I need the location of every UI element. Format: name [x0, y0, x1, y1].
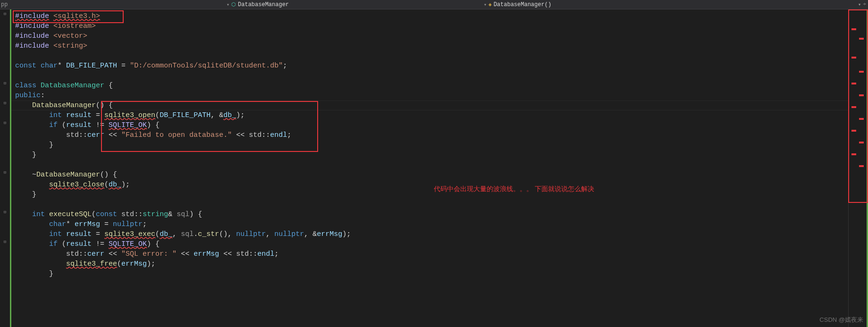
error-marker[interactable] [859, 165, 864, 167]
code-line[interactable]: #include <vector> [15, 31, 844, 41]
code-line[interactable]: sqlite3_free(errMsg); [15, 259, 844, 269]
breadcrumb-method[interactable]: ▾ ◈ DatabaseManager() [484, 1, 551, 8]
code-line[interactable]: const char* DB_FILE_PATH = "D:/commonToo… [15, 61, 844, 71]
code-line[interactable]: if (result != SQLITE_OK) { [15, 120, 844, 130]
fold-toggle[interactable]: ⊟ [0, 79, 10, 89]
fold-toggle[interactable]: ⊟ [0, 168, 10, 178]
code-line[interactable]: std::cerr << "SQL error: " << errMsg << … [15, 249, 844, 259]
fold-toggle[interactable]: ⊟ [0, 9, 10, 19]
error-marker[interactable] [851, 130, 856, 132]
error-marker[interactable] [851, 106, 856, 108]
dropdown-icon[interactable]: ▾ [484, 2, 487, 8]
code-line[interactable]: #include <sqlite3.h> [15, 11, 844, 21]
dropdown-icon[interactable]: ▾ [858, 1, 861, 8]
error-marker[interactable] [859, 118, 864, 120]
dropdown-icon[interactable]: ▾ [227, 2, 229, 8]
code-line[interactable]: if (result != SQLITE_OK) { [15, 239, 844, 249]
breadcrumb-class-label: DatabaseManager [238, 1, 289, 8]
editor-area: ⊟ ⊟ ⊟ ⊟ ⊟ ⊟ ⊟ #include <sqlite3.h> #incl… [0, 9, 868, 327]
code-line[interactable]: int result = sqlite3_open(DB_FILE_PATH, … [15, 110, 844, 120]
fold-gutter[interactable]: ⊟ ⊟ ⊟ ⊟ ⊟ ⊟ ⊟ [0, 9, 11, 327]
code-line[interactable]: } [15, 140, 844, 150]
split-icon[interactable]: ÷ [863, 1, 866, 8]
code-line[interactable]: std::cerr << "Failed to open database." … [15, 130, 844, 140]
code-editor[interactable]: #include <sqlite3.h> #include <iostream>… [11, 9, 848, 327]
code-line[interactable]: class DatabaseManager { [15, 81, 844, 91]
fold-toggle[interactable]: ⊟ [0, 118, 10, 128]
error-marker[interactable] [851, 153, 856, 155]
error-marker[interactable] [851, 57, 856, 59]
code-line[interactable]: } [15, 190, 844, 200]
code-line[interactable]: sqlite3_close(db_); [15, 180, 844, 190]
code-line[interactable]: } [15, 150, 844, 160]
code-line[interactable]: } [15, 269, 844, 279]
fold-toggle[interactable]: ⊟ [0, 208, 10, 218]
error-marker[interactable] [859, 38, 864, 40]
error-marker[interactable] [859, 71, 864, 73]
breadcrumb-bar: pp ▾ ⬡ DatabaseManager ▾ ◈ DatabaseManag… [0, 0, 868, 9]
error-marker[interactable] [851, 28, 856, 30]
method-icon: ◈ [489, 1, 492, 8]
scrollbar-overview[interactable] [848, 9, 868, 327]
file-tab-suffix: pp [0, 1, 8, 8]
code-line[interactable]: #include <string> [15, 41, 844, 51]
code-line[interactable]: #include <iostream> [15, 21, 844, 31]
error-marker[interactable] [859, 142, 864, 143]
code-line[interactable]: ~DatabaseManager() { [15, 170, 844, 180]
error-marker[interactable] [859, 94, 864, 96]
code-line[interactable]: int result = sqlite3_exec(db_, sql.c_str… [15, 229, 844, 239]
annotation-text: 代码中会出现大量的波浪线。。。 下面就说说怎么解决 [434, 184, 594, 194]
fold-toggle[interactable]: ⊟ [0, 99, 10, 109]
watermark: CSDN @嫣夜来 [819, 316, 863, 324]
error-marker[interactable] [851, 83, 856, 84]
breadcrumb-class[interactable]: ▾ ⬡ DatabaseManager [227, 1, 289, 8]
fold-toggle[interactable]: ⊟ [0, 237, 10, 247]
code-line[interactable]: DatabaseManager() { [15, 101, 844, 110]
code-line[interactable]: public: [15, 91, 844, 101]
class-icon: ⬡ [231, 1, 236, 8]
breadcrumb-method-label: DatabaseManager() [494, 1, 551, 8]
topbar-actions: ▾ ÷ [858, 1, 866, 8]
code-line[interactable]: int executeSQL(const std::string& sql) { [15, 210, 844, 219]
code-line[interactable]: char* errMsg = nullptr; [15, 219, 844, 229]
